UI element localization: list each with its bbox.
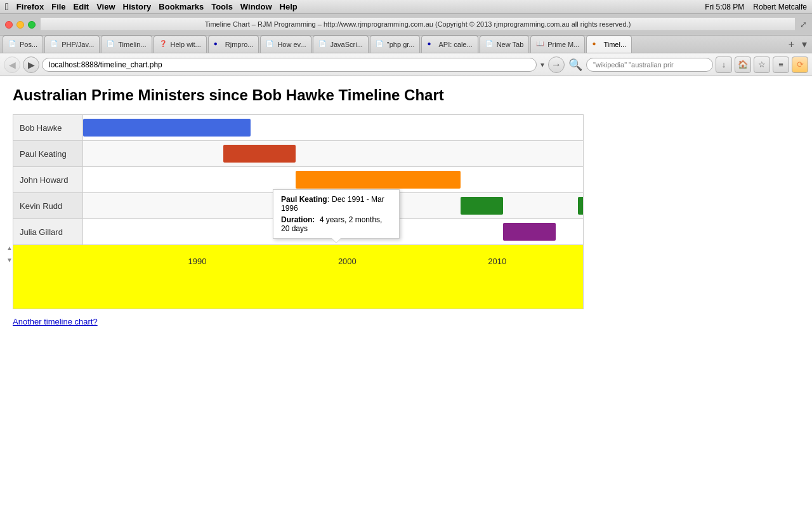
tooltip-duration-label: Duration: xyxy=(281,215,315,224)
apple-logo[interactable]:  xyxy=(5,1,9,13)
window-title: Timeline Chart – RJM Programming – http:… xyxy=(46,20,790,28)
tab-label-help: Help wit... xyxy=(171,41,201,48)
url-bar[interactable] xyxy=(42,58,537,72)
forward-button[interactable]: ▶ xyxy=(23,57,39,73)
minimize-button[interactable] xyxy=(16,21,24,29)
bar-bob-hawke[interactable] xyxy=(83,119,251,137)
menu-tools[interactable]: Tools xyxy=(211,2,233,11)
another-timeline-link[interactable]: Another timeline chart? xyxy=(13,317,584,326)
search-icon: 🔍 xyxy=(568,58,582,72)
tab-favicon-phpjav: 📄 xyxy=(50,40,59,49)
row-chart-paul-keating xyxy=(83,141,583,166)
close-button[interactable] xyxy=(5,21,13,29)
tab-label-javascript: JavaScri... xyxy=(330,41,362,48)
tab-favicon-pos: 📄 xyxy=(8,40,17,49)
tab-favicon-apicale: ● xyxy=(427,40,436,49)
menu-file[interactable]: File xyxy=(51,2,65,11)
menu-button[interactable]: ≡ xyxy=(773,57,789,73)
tabs-bar: 📄 Pos... 📄 PHP/Jav... 📄 Timelin... ❓ Hel… xyxy=(0,36,812,53)
tab-favicon-timelin: 📄 xyxy=(107,40,115,49)
tab-rjmpro[interactable]: ● Rjmpro... xyxy=(208,36,259,53)
row-label-paul-keating: Paul Keating xyxy=(13,141,83,166)
axis-label-1990: 1990 xyxy=(188,257,206,266)
menu-history[interactable]: History xyxy=(123,2,152,11)
bar-paul-keating[interactable] xyxy=(223,145,296,163)
tab-help[interactable]: ❓ Help wit... xyxy=(154,36,207,53)
scroll-down-icon[interactable]: ▼ xyxy=(6,257,13,264)
tab-javascript[interactable]: 📄 JavaScri... xyxy=(313,36,368,53)
tab-label-timel: Timel... xyxy=(603,41,626,48)
side-arrows: ▲ ▼ xyxy=(6,244,13,264)
url-dropdown-arrow[interactable]: ▾ xyxy=(539,60,546,69)
tab-favicon-primem: 📖 xyxy=(536,40,545,49)
tab-howev[interactable]: 📄 How ev... xyxy=(260,36,311,53)
nav-bar: ◀ ▶ ▾ → 🔍 ↓ 🏠 ☆ ≡ ⟳ xyxy=(0,53,812,76)
tab-label-apicale: API: cale... xyxy=(438,41,472,48)
bar-kevin-rudd[interactable] xyxy=(461,197,503,215)
axis-label-2010: 2010 xyxy=(488,257,506,266)
os-menubar-left:  Firefox File Edit View History Bookmar… xyxy=(5,1,298,13)
bar-kevin-rudd-2[interactable] xyxy=(578,197,583,215)
bar-julia-gillard[interactable] xyxy=(503,223,556,241)
tab-pos[interactable]: 📄 Pos... xyxy=(3,36,43,53)
maximize-button[interactable] xyxy=(28,21,36,29)
row-label-john-howard: John Howard xyxy=(13,167,83,192)
tab-label-pos: Pos... xyxy=(20,41,37,48)
tab-favicon-timel: ● xyxy=(592,40,601,49)
tab-label-timelin: Timelin... xyxy=(118,41,146,48)
axis-chart: 1990 2000 2010 xyxy=(83,250,583,309)
tab-phpjav[interactable]: 📄 PHP/Jav... xyxy=(44,36,100,53)
menu-help[interactable]: Help xyxy=(280,2,298,11)
tooltip-pm-name: Paul Keating xyxy=(281,195,327,204)
tab-label-rjmpro: Rjmpro... xyxy=(225,41,254,48)
tab-favicon-howev: 📄 xyxy=(266,40,275,49)
table-row: Paul Keating xyxy=(13,141,583,167)
menu-window[interactable]: Window xyxy=(240,2,272,11)
search-go-button[interactable]: ↓ xyxy=(716,57,732,73)
tab-label-howev: How ev... xyxy=(277,41,306,48)
row-label-julia-gillard: Julia Gillard xyxy=(13,219,83,244)
search-input[interactable] xyxy=(586,58,713,72)
window-titlebar: Timeline Chart – RJM Programming – http:… xyxy=(41,18,795,31)
traffic-lights xyxy=(5,21,36,29)
tab-favicon-newtab: 📄 xyxy=(485,40,494,49)
tab-timelin[interactable]: 📄 Timelin... xyxy=(101,36,152,53)
sync-button[interactable]: ⟳ xyxy=(792,57,808,73)
back-button[interactable]: ◀ xyxy=(4,57,20,73)
page-content: Australian Prime Ministers since Bob Haw… xyxy=(0,76,596,337)
tab-phpgr[interactable]: 📄 "php gr... xyxy=(370,36,421,53)
row-label-kevin-rudd: Kevin Rudd xyxy=(13,193,83,218)
row-chart-bob-hawke xyxy=(83,115,583,140)
new-tab-button[interactable]: + xyxy=(786,39,797,50)
tooltip-duration-row: Duration: 4 years, 2 months, 20 days xyxy=(281,215,391,233)
tab-favicon-help: ❓ xyxy=(159,40,168,49)
window-expand-icon[interactable]: ⤢ xyxy=(800,20,807,29)
os-clock: Fri 5:08 PM xyxy=(705,3,744,11)
menu-firefox[interactable]: Firefox xyxy=(16,2,44,11)
scroll-up-icon[interactable]: ▲ xyxy=(6,244,13,251)
tab-label-phpgr: "php gr... xyxy=(387,41,415,48)
table-row: Bob Hawke xyxy=(13,115,583,141)
home-button[interactable]: 🏠 xyxy=(735,57,751,73)
menu-edit[interactable]: Edit xyxy=(74,2,89,11)
tab-label-newtab: New Tab xyxy=(497,41,524,48)
tab-apicale[interactable]: ● API: cale... xyxy=(421,36,478,53)
go-button[interactable]: → xyxy=(548,57,565,73)
os-menubar-right: Fri 5:08 PM Robert Metcalfe xyxy=(705,3,807,11)
bookmark-button[interactable]: ☆ xyxy=(754,57,770,73)
bar-john-howard[interactable] xyxy=(296,171,461,189)
menu-view[interactable]: View xyxy=(96,2,115,11)
tab-favicon-rjmpro: ● xyxy=(214,40,223,49)
menu-bookmarks[interactable]: Bookmarks xyxy=(159,2,204,11)
tooltip-name-row: Paul Keating:Dec 1991 - Mar 1996 xyxy=(281,195,391,213)
tab-timel-active[interactable]: ● Timel... xyxy=(586,36,632,53)
os-menubar:  Firefox File Edit View History Bookmar… xyxy=(0,0,812,14)
axis-row: 1990 2000 2010 xyxy=(13,245,583,309)
tabs-controls: + ▾ xyxy=(786,36,809,53)
tab-list-button[interactable]: ▾ xyxy=(799,38,809,50)
tab-favicon-javascript: 📄 xyxy=(318,40,327,49)
tab-newtab[interactable]: 📄 New Tab xyxy=(480,36,530,53)
tab-primem[interactable]: 📖 Prime M... xyxy=(530,36,585,53)
tab-favicon-phpgr: 📄 xyxy=(376,40,384,49)
tooltip-arrow-inner xyxy=(332,238,341,243)
